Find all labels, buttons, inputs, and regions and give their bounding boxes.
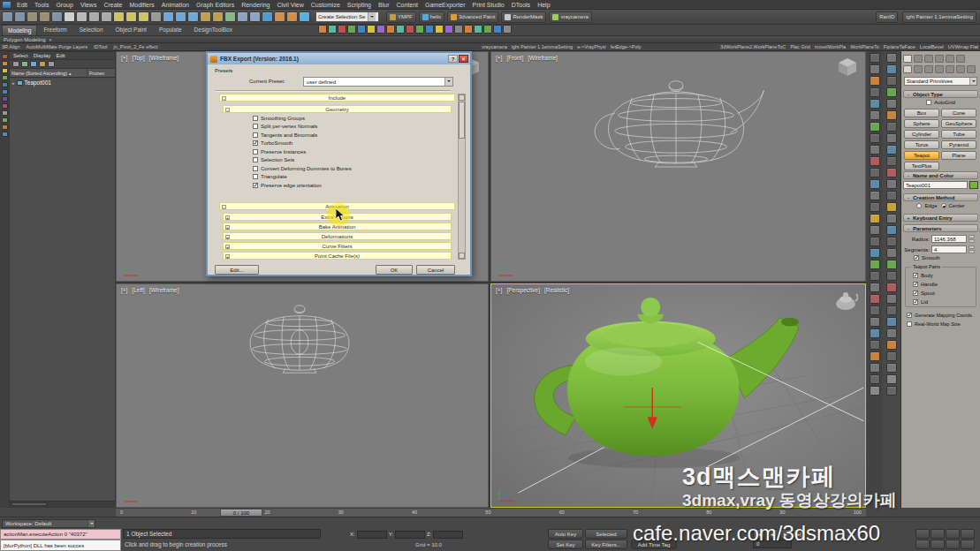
tool-icon[interactable] xyxy=(870,179,880,189)
name-column-header[interactable]: Name (Sorted Ascending) xyxy=(10,69,87,77)
explorer-selection-icon[interactable] xyxy=(21,61,28,67)
modify-tab-icon[interactable] xyxy=(914,55,923,63)
window-crossing-icon[interactable] xyxy=(101,11,112,22)
checkbox[interactable] xyxy=(253,166,258,171)
viewport-menu-shading[interactable]: [Wireframe] xyxy=(149,287,179,293)
checkbox[interactable] xyxy=(913,273,918,278)
schematic-view-icon[interactable] xyxy=(249,11,261,22)
checkbox-checked[interactable] xyxy=(914,255,919,260)
collapse-icon[interactable]: - xyxy=(222,96,226,101)
scrollbar-thumb[interactable] xyxy=(11,502,47,506)
script-icon[interactable] xyxy=(367,25,376,34)
tool-icon[interactable] xyxy=(886,76,897,86)
current-preset-combo[interactable]: user defined xyxy=(303,77,453,87)
fbx-option-row[interactable]: Split per-vertex Normals xyxy=(253,123,438,132)
named-selection-set-combo[interactable]: Create Selection Se xyxy=(315,11,379,22)
hierarchy-tab-icon[interactable] xyxy=(924,55,933,63)
create-tab-icon[interactable] xyxy=(903,55,912,63)
play-button[interactable]: ▶ xyxy=(779,529,792,539)
script-text-button[interactable]: UVWmap Flat xyxy=(948,44,978,49)
tool-icon[interactable] xyxy=(886,237,897,246)
script-button[interactable]: 3dvanced Paint xyxy=(447,11,498,23)
checkbox[interactable] xyxy=(253,157,258,162)
orbit-icon[interactable] xyxy=(931,540,945,549)
current-frame-field[interactable]: 0 xyxy=(753,540,792,548)
tool-icon[interactable] xyxy=(870,99,880,109)
tool-icon[interactable] xyxy=(886,156,897,166)
primitive-button[interactable]: Box xyxy=(904,109,939,117)
explorer-hscrollbar[interactable] xyxy=(10,501,115,507)
menu-item[interactable]: Create xyxy=(100,2,125,8)
ribbon-tab[interactable]: Modeling xyxy=(2,25,37,35)
tool-icon[interactable] xyxy=(870,202,880,212)
smooth-checkbox-row[interactable]: Smooth xyxy=(914,255,940,260)
tool-icon[interactable] xyxy=(870,283,880,292)
dialog-title-bar[interactable]: FBX Export (Version: 2016.1) ? ✕ xyxy=(208,53,470,64)
parameters-rollout[interactable]: - Parameters xyxy=(903,224,978,232)
script-icon[interactable] xyxy=(474,25,482,34)
tool-icon[interactable] xyxy=(886,340,897,350)
tool-icon[interactable] xyxy=(870,110,880,120)
percent-snap-icon[interactable] xyxy=(187,11,199,22)
tool-icon[interactable] xyxy=(870,168,880,177)
checkbox[interactable] xyxy=(253,116,258,121)
fbx-subsection-header[interactable]: + Extra Options xyxy=(223,213,452,221)
mini-tool-icon[interactable] xyxy=(2,125,8,130)
tool-icon[interactable] xyxy=(870,156,880,166)
script-icon[interactable] xyxy=(483,25,492,34)
tool-icon[interactable] xyxy=(870,260,880,269)
y-coordinate-field[interactable] xyxy=(395,531,425,539)
tool-icon[interactable] xyxy=(886,374,897,384)
checkbox[interactable] xyxy=(907,313,912,318)
script-text-button[interactable]: Plac Grid xyxy=(790,44,810,49)
script-icon[interactable] xyxy=(425,25,434,34)
fbx-option-row[interactable]: Preserve Instances xyxy=(253,147,438,156)
viewport-menu-plus[interactable]: [+] xyxy=(121,287,127,293)
ribbon-tab[interactable]: Freeform xyxy=(37,24,72,35)
checkbox[interactable] xyxy=(913,299,918,305)
ribbon-collapsed-bar[interactable]: Polygon Modeling xyxy=(0,36,980,43)
go-to-end-button[interactable]: ▶| xyxy=(793,529,805,539)
checkbox[interactable] xyxy=(253,149,258,155)
tool-icon[interactable] xyxy=(886,64,897,74)
mini-tool-icon[interactable] xyxy=(2,54,8,59)
tool-icon[interactable] xyxy=(886,260,897,269)
mini-tool-icon[interactable] xyxy=(2,89,8,94)
checkbox[interactable] xyxy=(253,124,258,129)
script-button[interactable]: RanID xyxy=(876,11,898,23)
tool-icon[interactable] xyxy=(870,271,880,281)
expand-icon[interactable]: + xyxy=(225,215,230,220)
script-text-button[interactable]: vraycamera xyxy=(482,44,507,49)
tool-icon[interactable] xyxy=(870,122,880,132)
tool-icon[interactable] xyxy=(886,87,897,97)
menu-item[interactable]: Tools xyxy=(31,2,52,8)
menu-item[interactable]: Blur xyxy=(375,2,392,8)
mini-tool-icon[interactable] xyxy=(2,103,8,109)
zoom-all-icon[interactable] xyxy=(931,529,945,539)
menu-item[interactable]: Content xyxy=(392,2,422,8)
keyboard-entry-rollout[interactable]: + Keyboard Entry xyxy=(903,214,978,222)
select-object-icon[interactable] xyxy=(64,11,75,22)
menu-item[interactable]: GameExporter xyxy=(422,2,469,8)
script-icon[interactable] xyxy=(454,25,463,34)
tool-icon[interactable] xyxy=(886,306,897,315)
menu-item[interactable]: Civil View xyxy=(273,2,307,8)
rect-region-icon[interactable] xyxy=(88,11,100,22)
fbx-subsection-header[interactable]: + Bake Animation xyxy=(223,223,452,230)
tool-icon[interactable] xyxy=(870,363,880,373)
curve-editor-icon[interactable] xyxy=(237,11,248,22)
tool-icon[interactable] xyxy=(870,351,880,361)
chevron-down-icon[interactable] xyxy=(969,78,976,85)
zoom-icon[interactable] xyxy=(915,529,930,539)
script-icon[interactable] xyxy=(406,25,414,34)
spinner-control[interactable] xyxy=(969,235,975,243)
viewport-perspective[interactable]: [+] [Perspective] [Realistic] xyxy=(490,283,866,508)
explorer-menu-item[interactable]: Select xyxy=(13,53,28,58)
script-text-button[interactable]: movelWorkPla xyxy=(815,44,846,49)
part-checkbox-row[interactable]: Spout xyxy=(913,289,938,298)
viewport-menu-view[interactable]: [Front] xyxy=(506,55,523,61)
tool-icon[interactable] xyxy=(870,328,880,338)
menu-item[interactable]: Graph Editors xyxy=(193,2,238,8)
viewcube[interactable] xyxy=(837,57,858,77)
script-button[interactable]: vraycamera xyxy=(549,11,591,23)
